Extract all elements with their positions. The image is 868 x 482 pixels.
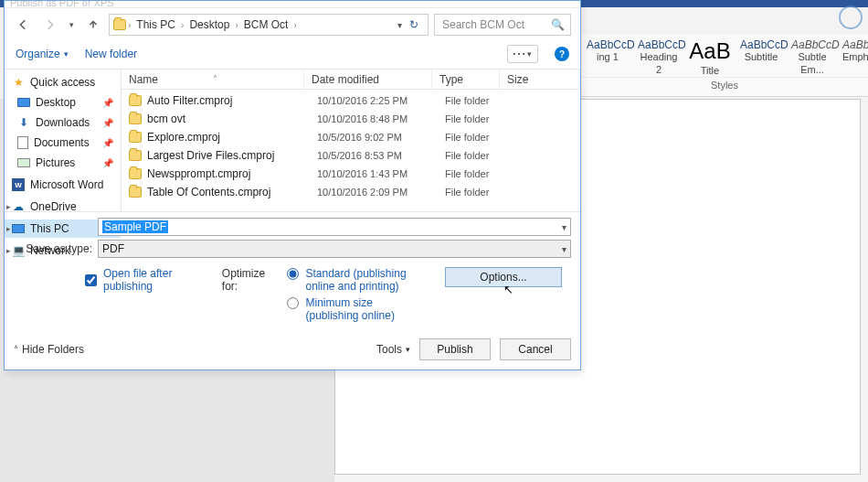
new-folder-button[interactable]: New folder [85, 48, 137, 60]
expand-icon[interactable]: ▸ [6, 202, 11, 211]
filename-value: Sample PDF [102, 220, 168, 233]
desktop-icon [17, 98, 30, 107]
nav-back-button[interactable] [14, 15, 34, 35]
breadcrumb-current[interactable]: BCM Oct [240, 16, 292, 33]
pin-icon: 📌 [102, 138, 113, 148]
nav-onedrive[interactable]: ▸ ☁ OneDrive [5, 198, 121, 216]
style-gallery-item[interactable]: AaBbCcDSubtle Em... [791, 38, 833, 77]
search-box[interactable]: 🔍 [434, 14, 571, 36]
savetype-select[interactable]: PDF ▾ [98, 240, 571, 258]
pictures-icon [17, 158, 30, 167]
file-row[interactable]: bcm ovt10/10/2016 8:48 PMFile folder [122, 110, 580, 128]
chevron-down-icon[interactable]: ▾ [562, 222, 566, 232]
star-icon: ★ [12, 76, 25, 89]
column-name[interactable]: Name ˄ [122, 70, 304, 89]
options-button[interactable]: Options... ↖ [445, 267, 562, 287]
file-row[interactable]: Explore.cmproj10/5/2016 9:02 PMFile fold… [122, 128, 580, 146]
column-date[interactable]: Date modified [304, 70, 432, 89]
nav-quick-access[interactable]: ★ Quick access [5, 73, 121, 91]
hide-folders-toggle[interactable]: ˄ Hide Folders [14, 343, 84, 356]
nav-documents[interactable]: Documents 📌 [5, 134, 121, 152]
expand-icon[interactable]: ▸ [6, 246, 11, 255]
file-row[interactable]: Auto Filter.cmproj10/10/2016 2:25 PMFile… [122, 91, 580, 110]
pin-icon: 📌 [102, 118, 113, 128]
dialog-title: Publish as PDF or XPS [10, 0, 114, 8]
nav-recent-button[interactable]: ▾ [65, 15, 78, 35]
open-after-publish-input[interactable] [85, 274, 97, 286]
this-pc-icon [12, 224, 25, 233]
folder-icon [129, 95, 142, 106]
nav-microsoft-word[interactable]: W Microsoft Word [5, 176, 121, 194]
nav-pictures[interactable]: Pictures 📌 [5, 154, 121, 172]
search-icon: 🔍 [551, 18, 565, 31]
tools-menu[interactable]: Tools ▾ [376, 343, 410, 356]
folder-icon [129, 187, 142, 198]
breadcrumb-this-pc[interactable]: This PC [132, 16, 179, 33]
chevron-down-icon: ▾ [527, 49, 532, 59]
savetype-value: PDF [102, 242, 124, 255]
chevron-down-icon: ▾ [406, 345, 410, 354]
column-headers[interactable]: Name ˄ Date modified Type Size [122, 70, 580, 90]
folder-icon [129, 132, 142, 143]
nav-downloads[interactable]: ⬇ Downloads 📌 [5, 113, 121, 132]
file-row[interactable]: Largest Drive Files.cmproj10/5/2016 8:53… [122, 146, 580, 165]
cursor-icon: ↖ [503, 283, 513, 296]
file-list: Auto Filter.cmproj10/10/2016 2:25 PMFile… [122, 90, 580, 203]
organize-label: Organize [16, 48, 60, 60]
navigation-pane: ★ Quick access Desktop 📌 ⬇ Downloads 📌 D… [5, 70, 122, 211]
refresh-button[interactable]: ↻ [406, 18, 422, 31]
chevron-down-icon: ▾ [64, 49, 69, 59]
style-gallery-item[interactable]: AaBbCcDing 1 [587, 38, 629, 77]
file-row[interactable]: Newspprompt.cmproj10/10/2016 1:43 PMFile… [122, 165, 580, 183]
nav-forward-button[interactable] [39, 15, 59, 35]
nav-desktop[interactable]: Desktop 📌 [5, 93, 121, 112]
filename-input[interactable]: Sample PDF ▾ [98, 218, 571, 236]
folder-icon [113, 19, 126, 30]
pin-icon: 📌 [102, 158, 113, 168]
organize-menu[interactable]: Organize ▾ [16, 48, 69, 60]
chevron-down-icon[interactable]: ▾ [562, 244, 566, 254]
word-icon: W [12, 178, 25, 191]
ribbon-group-label: Styles [581, 77, 868, 91]
breadcrumb-dropdown-icon[interactable]: ▾ [397, 20, 402, 30]
folder-icon [129, 168, 142, 179]
network-icon: 💻 [12, 244, 25, 257]
sort-asc-icon: ˄ [213, 74, 217, 84]
help-button[interactable]: ? [555, 47, 569, 61]
folder-icon [129, 150, 142, 161]
document-icon [17, 136, 28, 149]
column-size[interactable]: Size [500, 70, 580, 89]
address-breadcrumb[interactable]: › This PC › Desktop › BCM Oct › ▾ ↻ [109, 14, 429, 36]
search-input[interactable] [440, 17, 547, 32]
folder-icon [129, 113, 142, 124]
file-row[interactable]: Table Of Contents.cmproj10/10/2016 2:09 … [122, 183, 580, 201]
style-gallery-item[interactable]: AaBbCcDHeading 2 [638, 38, 680, 77]
nav-up-button[interactable] [83, 15, 103, 35]
download-icon: ⬇ [17, 116, 30, 129]
style-gallery-item[interactable]: AaBbCcDSubtitle [740, 38, 782, 77]
chevron-up-icon: ˄ [14, 345, 18, 355]
dialog-titlebar[interactable]: Publish as PDF or XPS [5, 1, 580, 8]
publish-button[interactable]: Publish [419, 338, 491, 360]
optimize-minimum-radio[interactable]: Minimum size (publishing online) [282, 296, 429, 322]
breadcrumb-desktop[interactable]: Desktop [185, 16, 233, 33]
publish-pdf-dialog: Publish as PDF or XPS ▾ › This PC › Desk… [4, 0, 581, 370]
optimize-for-label: Optimize for: [222, 267, 276, 293]
pin-icon: 📌 [102, 98, 113, 108]
view-mode-button[interactable]: ▾ [507, 45, 538, 63]
word-ribbon-styles-group: AaBbCcDing 1AaBbCcDHeading 2AaBTitleAaBb… [581, 35, 868, 97]
open-after-publish-checkbox[interactable]: Open file after publishing [81, 267, 206, 293]
cancel-button[interactable]: Cancel [500, 338, 571, 360]
style-gallery-item[interactable]: AaBTitle [689, 38, 731, 77]
onedrive-icon: ☁ [12, 200, 25, 213]
optimize-standard-radio[interactable]: Standard (publishing online and printing… [282, 267, 429, 293]
watermark-icon [839, 5, 863, 29]
expand-icon[interactable]: ▸ [6, 224, 11, 233]
style-gallery-item[interactable]: AaBbCcDEmphasis [842, 38, 868, 77]
column-type[interactable]: Type [432, 70, 500, 89]
